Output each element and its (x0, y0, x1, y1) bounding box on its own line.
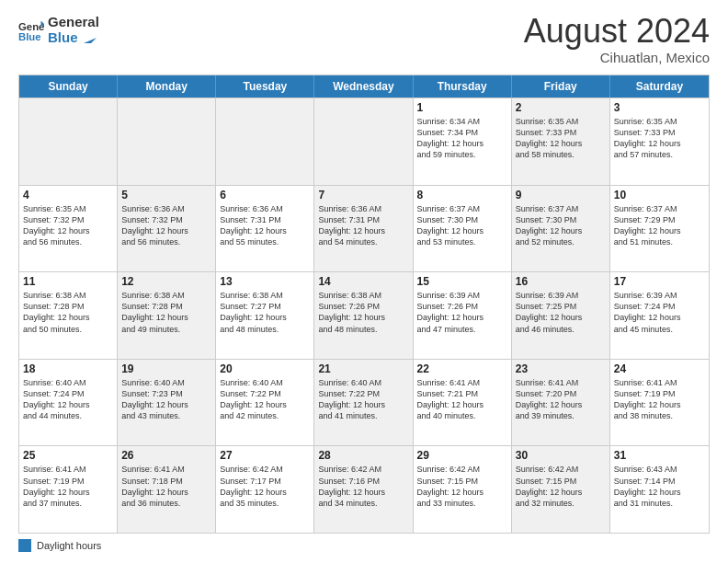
calendar-cell: 7Sunrise: 6:36 AM Sunset: 7:31 PM Daylig… (314, 186, 413, 272)
calendar-cell: 27Sunrise: 6:42 AM Sunset: 7:17 PM Dayli… (216, 446, 314, 533)
calendar-cell: 9Sunrise: 6:37 AM Sunset: 7:30 PM Daylig… (512, 186, 610, 272)
calendar-cell: 30Sunrise: 6:42 AM Sunset: 7:15 PM Dayli… (512, 446, 610, 533)
legend-label: Daylight hours (37, 540, 101, 551)
cell-info: Sunrise: 6:42 AM Sunset: 7:15 PM Dayligh… (417, 464, 507, 509)
calendar-body: 1Sunrise: 6:34 AM Sunset: 7:34 PM Daylig… (19, 98, 709, 533)
day-number: 9 (516, 189, 606, 201)
calendar-cell (19, 98, 118, 185)
cell-info: Sunrise: 6:38 AM Sunset: 7:26 PM Dayligh… (318, 290, 408, 335)
logo-blue: Blue (48, 30, 99, 46)
cell-info: Sunrise: 6:35 AM Sunset: 7:32 PM Dayligh… (23, 203, 113, 248)
calendar-cell: 10Sunrise: 6:37 AM Sunset: 7:29 PM Dayli… (610, 186, 709, 272)
month-title: August 2024 (524, 15, 710, 48)
cell-info: Sunrise: 6:39 AM Sunset: 7:25 PM Dayligh… (516, 290, 606, 335)
calendar-header-cell: Tuesday (216, 75, 314, 98)
calendar-cell: 31Sunrise: 6:43 AM Sunset: 7:14 PM Dayli… (610, 446, 709, 533)
legend-color-box (18, 539, 31, 552)
day-number: 13 (220, 275, 310, 288)
cell-info: Sunrise: 6:39 AM Sunset: 7:24 PM Dayligh… (614, 290, 705, 335)
cell-info: Sunrise: 6:35 AM Sunset: 7:33 PM Dayligh… (516, 116, 606, 161)
calendar-header-row: SundayMondayTuesdayWednesdayThursdayFrid… (19, 75, 709, 98)
day-number: 28 (318, 449, 408, 462)
cell-info: Sunrise: 6:41 AM Sunset: 7:18 PM Dayligh… (121, 464, 211, 509)
day-number: 8 (417, 189, 507, 201)
calendar-header-cell: Thursday (414, 75, 512, 98)
calendar-cell: 2Sunrise: 6:35 AM Sunset: 7:33 PM Daylig… (512, 98, 610, 185)
svg-text:Blue: Blue (18, 30, 41, 41)
cell-info: Sunrise: 6:40 AM Sunset: 7:23 PM Dayligh… (121, 377, 211, 422)
cell-info: Sunrise: 6:34 AM Sunset: 7:34 PM Dayligh… (417, 116, 507, 161)
day-number: 17 (614, 275, 705, 288)
cell-info: Sunrise: 6:36 AM Sunset: 7:31 PM Dayligh… (318, 203, 408, 248)
day-number: 19 (121, 362, 211, 375)
cell-info: Sunrise: 6:43 AM Sunset: 7:14 PM Dayligh… (614, 464, 705, 509)
day-number: 20 (220, 362, 310, 375)
calendar-cell: 1Sunrise: 6:34 AM Sunset: 7:34 PM Daylig… (414, 98, 512, 185)
logo-arrow (82, 32, 98, 45)
cell-info: Sunrise: 6:36 AM Sunset: 7:32 PM Dayligh… (121, 203, 211, 248)
day-number: 4 (23, 189, 113, 201)
calendar-row: 1Sunrise: 6:34 AM Sunset: 7:34 PM Daylig… (19, 98, 709, 185)
calendar-cell: 22Sunrise: 6:41 AM Sunset: 7:21 PM Dayli… (414, 360, 512, 446)
calendar-cell: 15Sunrise: 6:39 AM Sunset: 7:26 PM Dayli… (414, 272, 512, 359)
day-number: 22 (417, 362, 507, 375)
calendar-row: 11Sunrise: 6:38 AM Sunset: 7:28 PM Dayli… (19, 271, 709, 359)
cell-info: Sunrise: 6:37 AM Sunset: 7:30 PM Dayligh… (417, 203, 507, 248)
page: General Blue General Blue August 2024 Ci… (0, 0, 728, 563)
day-number: 18 (23, 362, 113, 375)
day-number: 16 (516, 275, 606, 288)
calendar-cell: 14Sunrise: 6:38 AM Sunset: 7:26 PM Dayli… (314, 272, 413, 359)
calendar-cell: 5Sunrise: 6:36 AM Sunset: 7:32 PM Daylig… (118, 186, 216, 272)
calendar-cell: 12Sunrise: 6:38 AM Sunset: 7:28 PM Dayli… (118, 272, 216, 359)
day-number: 29 (417, 449, 507, 462)
calendar-header-cell: Monday (118, 75, 216, 98)
cell-info: Sunrise: 6:41 AM Sunset: 7:20 PM Dayligh… (516, 377, 606, 422)
logo-general: General (48, 15, 99, 30)
day-number: 1 (417, 101, 507, 114)
calendar-cell: 21Sunrise: 6:40 AM Sunset: 7:22 PM Dayli… (314, 360, 413, 446)
calendar-cell: 25Sunrise: 6:41 AM Sunset: 7:19 PM Dayli… (19, 446, 118, 533)
day-number: 30 (516, 449, 606, 462)
cell-info: Sunrise: 6:39 AM Sunset: 7:26 PM Dayligh… (417, 290, 507, 335)
cell-info: Sunrise: 6:38 AM Sunset: 7:28 PM Dayligh… (23, 290, 113, 335)
cell-info: Sunrise: 6:41 AM Sunset: 7:19 PM Dayligh… (614, 377, 705, 422)
cell-info: Sunrise: 6:40 AM Sunset: 7:22 PM Dayligh… (220, 377, 310, 422)
calendar-header-cell: Friday (512, 75, 610, 98)
calendar-cell: 3Sunrise: 6:35 AM Sunset: 7:33 PM Daylig… (610, 98, 709, 185)
calendar-cell: 24Sunrise: 6:41 AM Sunset: 7:19 PM Dayli… (610, 360, 709, 446)
cell-info: Sunrise: 6:37 AM Sunset: 7:30 PM Dayligh… (516, 203, 606, 248)
calendar-header-cell: Sunday (19, 75, 118, 98)
calendar-cell: 20Sunrise: 6:40 AM Sunset: 7:22 PM Dayli… (216, 360, 314, 446)
calendar-cell: 26Sunrise: 6:41 AM Sunset: 7:18 PM Dayli… (118, 446, 216, 533)
calendar-header-cell: Saturday (610, 75, 709, 98)
calendar-cell: 13Sunrise: 6:38 AM Sunset: 7:27 PM Dayli… (216, 272, 314, 359)
cell-info: Sunrise: 6:41 AM Sunset: 7:21 PM Dayligh… (417, 377, 507, 422)
calendar-row: 4Sunrise: 6:35 AM Sunset: 7:32 PM Daylig… (19, 185, 709, 272)
cell-info: Sunrise: 6:35 AM Sunset: 7:33 PM Dayligh… (614, 116, 705, 161)
header: General Blue General Blue August 2024 Ci… (18, 15, 710, 65)
day-number: 25 (23, 449, 113, 462)
cell-info: Sunrise: 6:41 AM Sunset: 7:19 PM Dayligh… (23, 464, 113, 509)
cell-info: Sunrise: 6:38 AM Sunset: 7:28 PM Dayligh… (121, 290, 211, 335)
calendar-row: 18Sunrise: 6:40 AM Sunset: 7:24 PM Dayli… (19, 359, 709, 446)
calendar-cell (314, 98, 413, 185)
calendar-cell: 16Sunrise: 6:39 AM Sunset: 7:25 PM Dayli… (512, 272, 610, 359)
day-number: 24 (614, 362, 705, 375)
day-number: 23 (516, 362, 606, 375)
day-number: 5 (121, 189, 211, 201)
logo-icon: General Blue (18, 17, 44, 43)
day-number: 12 (121, 275, 211, 288)
day-number: 31 (614, 449, 705, 462)
cell-info: Sunrise: 6:36 AM Sunset: 7:31 PM Dayligh… (220, 203, 310, 248)
calendar-header-cell: Wednesday (314, 75, 413, 98)
calendar-row: 25Sunrise: 6:41 AM Sunset: 7:19 PM Dayli… (19, 445, 709, 533)
calendar-cell: 23Sunrise: 6:41 AM Sunset: 7:20 PM Dayli… (512, 360, 610, 446)
day-number: 3 (614, 101, 705, 114)
cell-info: Sunrise: 6:42 AM Sunset: 7:17 PM Dayligh… (220, 464, 310, 509)
calendar-cell: 18Sunrise: 6:40 AM Sunset: 7:24 PM Dayli… (19, 360, 118, 446)
day-number: 2 (516, 101, 606, 114)
day-number: 27 (220, 449, 310, 462)
calendar-cell: 4Sunrise: 6:35 AM Sunset: 7:32 PM Daylig… (19, 186, 118, 272)
logo: General Blue General Blue (18, 15, 99, 45)
day-number: 21 (318, 362, 408, 375)
